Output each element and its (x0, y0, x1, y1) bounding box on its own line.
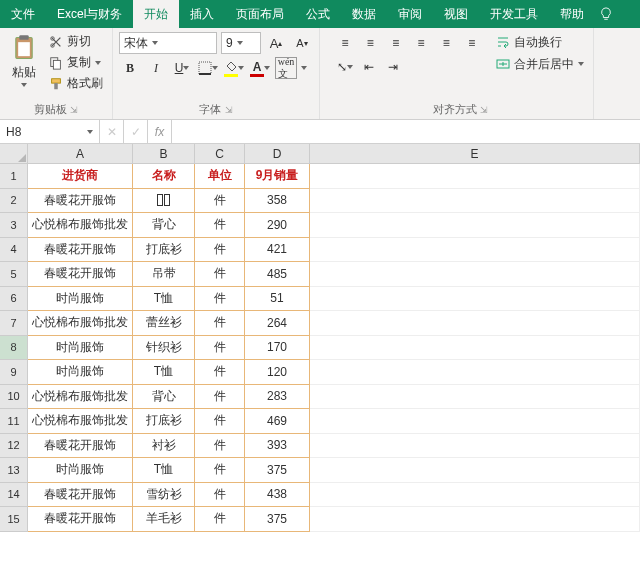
cell-B5[interactable]: 吊带 (133, 262, 195, 287)
cell-E2[interactable] (310, 189, 640, 214)
row-header-6[interactable]: 6 (0, 287, 28, 312)
row-header-9[interactable]: 9 (0, 360, 28, 385)
cell-C1[interactable]: 单位 (195, 164, 245, 189)
cell-E10[interactable] (310, 385, 640, 410)
row-header-1[interactable]: 1 (0, 164, 28, 189)
cell-E6[interactable] (310, 287, 640, 312)
cell-A4[interactable]: 春暖花开服饰 (28, 238, 133, 263)
fx-button[interactable]: fx (148, 120, 172, 143)
cell-A14[interactable]: 春暖花开服饰 (28, 483, 133, 508)
tab-9[interactable]: 开发工具 (479, 0, 549, 28)
tab-8[interactable]: 视图 (433, 0, 479, 28)
cell-D11[interactable]: 469 (245, 409, 310, 434)
cell-E15[interactable] (310, 507, 640, 532)
cell-E13[interactable] (310, 458, 640, 483)
row-header-13[interactable]: 13 (0, 458, 28, 483)
cell-D15[interactable]: 375 (245, 507, 310, 532)
cell-C15[interactable]: 件 (195, 507, 245, 532)
cell-A5[interactable]: 春暖花开服饰 (28, 262, 133, 287)
cell-A11[interactable]: 心悦棉布服饰批发 (28, 409, 133, 434)
cell-A6[interactable]: 时尚服饰 (28, 287, 133, 312)
decrease-indent-button[interactable]: ⇤ (358, 56, 380, 78)
cell-C10[interactable]: 件 (195, 385, 245, 410)
orientation-button[interactable]: ⤡ (334, 56, 356, 78)
underline-button[interactable]: U (171, 57, 193, 79)
cell-C9[interactable]: 件 (195, 360, 245, 385)
cell-B7[interactable]: 蕾丝衫 (133, 311, 195, 336)
cell-B6[interactable]: T恤 (133, 287, 195, 312)
cell-D14[interactable]: 438 (245, 483, 310, 508)
row-header-5[interactable]: 5 (0, 262, 28, 287)
cell-B11[interactable]: 打底衫 (133, 409, 195, 434)
merge-center-button[interactable]: 合并后居中 (493, 54, 587, 74)
cell-A8[interactable]: 时尚服饰 (28, 336, 133, 361)
row-header-7[interactable]: 7 (0, 311, 28, 336)
tab-3[interactable]: 插入 (179, 0, 225, 28)
row-header-4[interactable]: 4 (0, 238, 28, 263)
cell-E14[interactable] (310, 483, 640, 508)
tab-10[interactable]: 帮助 (549, 0, 595, 28)
cell-D5[interactable]: 485 (245, 262, 310, 287)
cell-B3[interactable]: 背心 (133, 213, 195, 238)
cell-D2[interactable]: 358 (245, 189, 310, 214)
align-bottom-button[interactable]: ≡ (385, 32, 407, 54)
spreadsheet-grid[interactable]: 1进货商名称单位9月销量2春暖花开服饰件3583心悦棉布服饰批发背心件2904春… (0, 164, 640, 532)
cancel-formula-button[interactable]: ✕ (100, 120, 124, 143)
tab-7[interactable]: 审阅 (387, 0, 433, 28)
cell-D6[interactable]: 51 (245, 287, 310, 312)
tab-1[interactable]: Excel与财务 (46, 0, 133, 28)
row-header-12[interactable]: 12 (0, 434, 28, 459)
col-header-A[interactable]: A (28, 144, 133, 163)
cell-B14[interactable]: 雪纺衫 (133, 483, 195, 508)
cell-C14[interactable]: 件 (195, 483, 245, 508)
cell-C6[interactable]: 件 (195, 287, 245, 312)
cell-D3[interactable]: 290 (245, 213, 310, 238)
col-header-D[interactable]: D (245, 144, 310, 163)
cell-A1[interactable]: 进货商 (28, 164, 133, 189)
row-header-10[interactable]: 10 (0, 385, 28, 410)
tab-2[interactable]: 开始 (133, 0, 179, 28)
cell-E7[interactable] (310, 311, 640, 336)
cell-A9[interactable]: 时尚服饰 (28, 360, 133, 385)
cell-A15[interactable]: 春暖花开服饰 (28, 507, 133, 532)
row-header-8[interactable]: 8 (0, 336, 28, 361)
select-all-corner[interactable] (0, 144, 28, 163)
tab-0[interactable]: 文件 (0, 0, 46, 28)
cut-button[interactable]: 剪切 (46, 32, 106, 51)
font-name-combo[interactable]: 宋体 (119, 32, 217, 54)
cell-B2[interactable] (133, 189, 195, 214)
col-header-C[interactable]: C (195, 144, 245, 163)
fill-color-button[interactable] (223, 57, 245, 79)
cell-B8[interactable]: 针织衫 (133, 336, 195, 361)
cell-E3[interactable] (310, 213, 640, 238)
border-button[interactable] (197, 57, 219, 79)
col-header-E[interactable]: E (310, 144, 640, 163)
cell-C8[interactable]: 件 (195, 336, 245, 361)
increase-font-button[interactable]: A▴ (265, 32, 287, 54)
row-header-14[interactable]: 14 (0, 483, 28, 508)
cell-D12[interactable]: 393 (245, 434, 310, 459)
cell-C2[interactable]: 件 (195, 189, 245, 214)
cell-A12[interactable]: 春暖花开服饰 (28, 434, 133, 459)
cell-D4[interactable]: 421 (245, 238, 310, 263)
cell-D10[interactable]: 283 (245, 385, 310, 410)
cell-A13[interactable]: 时尚服饰 (28, 458, 133, 483)
align-left-button[interactable]: ≡ (410, 32, 432, 54)
paste-button[interactable]: 粘贴 (6, 32, 42, 93)
cell-A10[interactable]: 心悦棉布服饰批发 (28, 385, 133, 410)
italic-button[interactable]: I (145, 57, 167, 79)
cell-B9[interactable]: T恤 (133, 360, 195, 385)
cell-B13[interactable]: T恤 (133, 458, 195, 483)
cell-C4[interactable]: 件 (195, 238, 245, 263)
cell-B1[interactable]: 名称 (133, 164, 195, 189)
decrease-font-button[interactable]: A▾ (291, 32, 313, 54)
font-size-combo[interactable]: 9 (221, 32, 261, 54)
cell-E1[interactable] (310, 164, 640, 189)
cell-B4[interactable]: 打底衫 (133, 238, 195, 263)
tab-4[interactable]: 页面布局 (225, 0, 295, 28)
help-icon[interactable] (599, 0, 613, 28)
cell-D9[interactable]: 120 (245, 360, 310, 385)
name-box[interactable]: H8 (0, 120, 100, 143)
row-header-2[interactable]: 2 (0, 189, 28, 214)
cell-E12[interactable] (310, 434, 640, 459)
